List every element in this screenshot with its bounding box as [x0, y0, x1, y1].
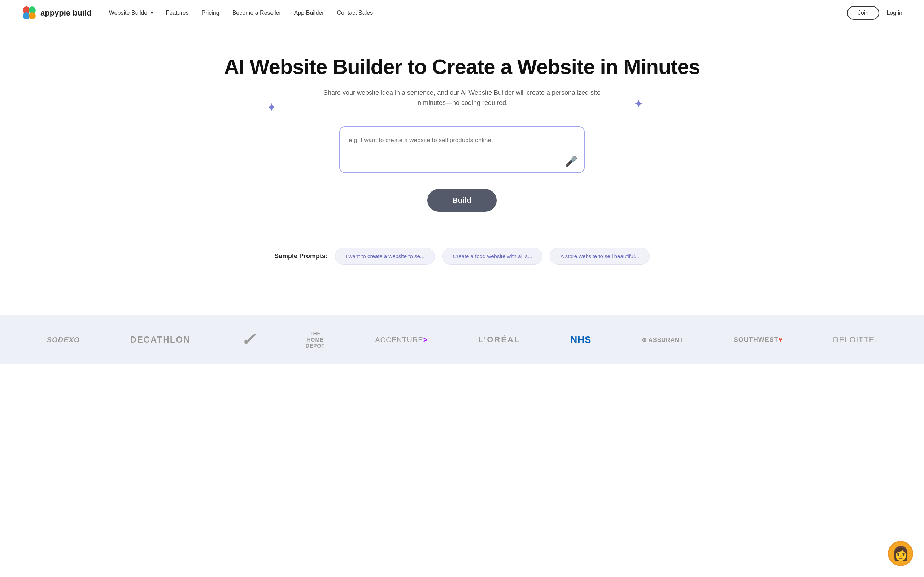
hero-title: AI Website Builder to Create a Website i…: [216, 55, 708, 79]
sparkle-right-icon: ✦: [634, 98, 643, 110]
logo-decathlon: DECATHLON: [130, 335, 190, 345]
logo-sodexo: sodexo: [47, 336, 80, 344]
logo-accenture: accenture>: [375, 336, 428, 344]
login-button[interactable]: Log in: [887, 10, 902, 16]
chat-support-button[interactable]: 👩: [888, 541, 913, 566]
sample-prompt-3[interactable]: A store website to sell beautiful...: [550, 248, 649, 265]
chat-avatar: 👩: [892, 547, 909, 561]
nav-reseller[interactable]: Become a Reseller: [233, 10, 281, 16]
brand-name: appypie build: [40, 8, 92, 18]
sparkle-left-icon: ✦: [267, 102, 275, 114]
nav-features[interactable]: Features: [166, 10, 189, 16]
navigation: appypie build Website Builder Features P…: [0, 0, 924, 26]
hero-section: ✦ ✦ AI Website Builder to Create a Websi…: [209, 26, 715, 315]
nav-actions: Join Log in: [847, 6, 902, 20]
microphone-icon[interactable]: 🎤: [565, 155, 577, 167]
logo-loreal: L'ORÉAL: [478, 335, 520, 344]
logo-assurant: ⊕ ASSURANT: [642, 337, 683, 343]
logos-band: sodexo DECATHLON ✓ THEHOMEDEPOT accentur…: [0, 315, 924, 364]
join-button[interactable]: Join: [847, 6, 879, 20]
sample-prompt-2[interactable]: Create a food website with all s...: [442, 248, 543, 265]
sample-prompt-1[interactable]: I want to create a website to se...: [335, 248, 435, 265]
prompt-input[interactable]: [339, 126, 585, 173]
nav-contact-sales[interactable]: Contact Sales: [337, 10, 373, 16]
nav-website-builder[interactable]: Website Builder: [109, 10, 153, 16]
logo-homedepot: THEHOMEDEPOT: [306, 331, 325, 349]
sample-prompts: Sample Prompts: I want to create a websi…: [216, 248, 708, 265]
hero-subtitle: Share your website idea in a sentence, a…: [321, 88, 603, 108]
svg-point-3: [29, 12, 36, 19]
logo-southwest: Southwest♥: [734, 336, 783, 344]
build-button[interactable]: Build: [427, 189, 497, 212]
logo-icon: [22, 5, 37, 21]
nav-app-builder[interactable]: App Builder: [294, 10, 324, 16]
sample-prompts-label: Sample Prompts:: [274, 253, 328, 260]
nav-links: Website Builder Features Pricing Become …: [109, 10, 847, 16]
nav-pricing[interactable]: Pricing: [202, 10, 220, 16]
logo-deloitte: Deloitte.: [833, 335, 877, 344]
search-container: 🎤: [339, 126, 585, 174]
logo-link[interactable]: appypie build: [22, 5, 92, 21]
logo-nhs: NHS: [571, 334, 591, 345]
logo-nike: ✓: [241, 330, 255, 350]
